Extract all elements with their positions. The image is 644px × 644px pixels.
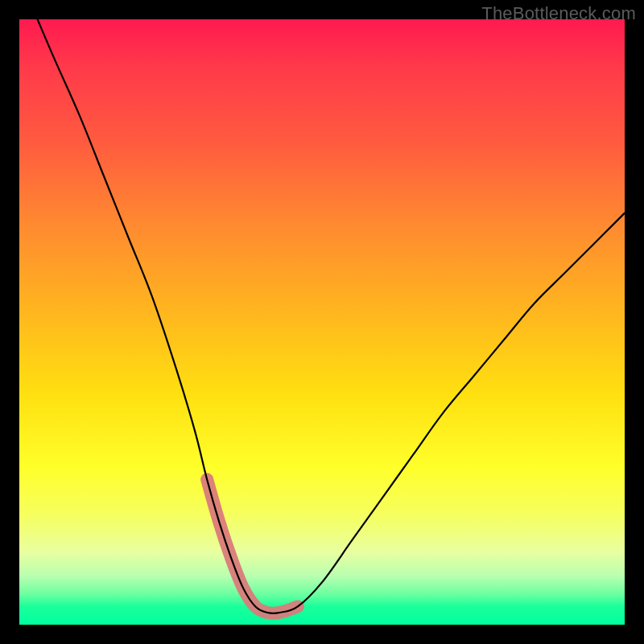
watermark-text: TheBottleneck.com xyxy=(481,3,636,24)
bottleneck-curve xyxy=(38,19,625,613)
bottleneck-plot xyxy=(19,19,625,625)
good-fit-marker xyxy=(207,480,298,613)
chart-frame xyxy=(19,19,625,625)
